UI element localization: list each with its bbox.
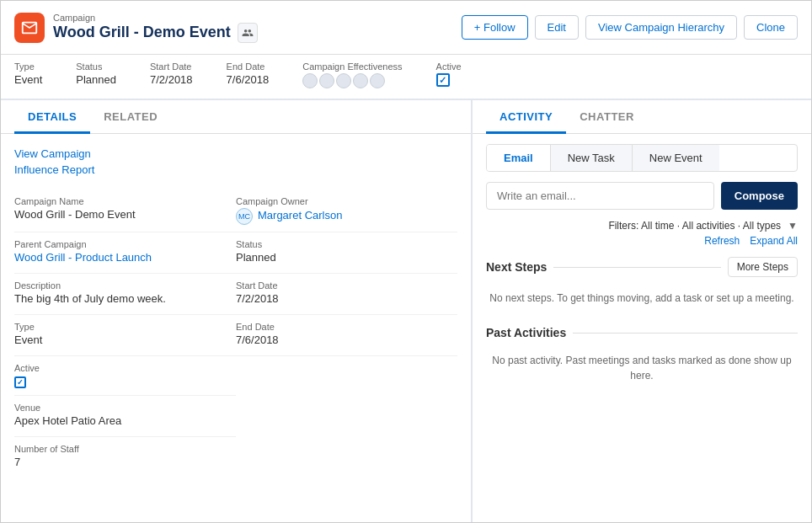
next-steps-title: Next Steps	[486, 260, 547, 274]
people-icon[interactable]	[238, 23, 258, 43]
tab-related[interactable]: RELATED	[90, 100, 171, 134]
field-type-value: Event	[14, 334, 222, 349]
meta-effectiveness: Campaign Effectiveness	[302, 61, 402, 88]
refresh-row: Refresh Expand All	[486, 235, 798, 247]
field-placeholder	[236, 356, 457, 396]
field-active-label: Active	[14, 363, 222, 373]
influence-report-link[interactable]: Influence Report	[14, 163, 457, 176]
field-start-date-value: 7/2/2018	[236, 292, 444, 307]
meta-row: Type Event Status Planned Start Date 7/2…	[1, 55, 811, 100]
tab-chatter[interactable]: CHATTER	[566, 100, 648, 134]
field-end-date: End Date 7/6/2018 ✏	[236, 315, 457, 356]
clone-button[interactable]: Clone	[744, 15, 798, 40]
field-type: Type Event ✏	[14, 315, 236, 356]
field-active: Active ✏	[14, 356, 236, 396]
compose-tab-new-event[interactable]: New Event	[633, 145, 719, 171]
field-status-value: Planned	[236, 251, 444, 266]
field-campaign-owner-label: Campaign Owner	[236, 196, 444, 206]
compose-row: Compose	[486, 182, 798, 210]
tab-activity[interactable]: ACTIVITY	[486, 100, 566, 134]
field-campaign-name-label: Campaign Name	[14, 196, 222, 206]
field-start-date-label: Start Date	[236, 280, 444, 291]
more-steps-button[interactable]: More Steps	[728, 257, 798, 277]
field-parent-campaign-value[interactable]: Wood Grill - Product Launch	[14, 251, 222, 266]
past-activities-title: Past Activities	[486, 326, 566, 339]
campaign-icon	[14, 13, 45, 43]
tab-details[interactable]: DETAILS	[14, 100, 90, 134]
field-venue-label: Venue	[14, 403, 222, 413]
field-venue-value: Apex Hotel Patio Area	[14, 414, 222, 430]
breadcrumb: Campaign	[53, 13, 258, 23]
field-campaign-name: Campaign Name Wood Grill - Demo Event ✏	[14, 189, 236, 232]
field-campaign-owner: Campaign Owner MC Margaret Carlson ✏	[236, 189, 457, 232]
meta-type-value: Event	[14, 73, 42, 86]
meta-effectiveness-label: Campaign Effectiveness	[302, 61, 402, 72]
meta-status: Status Planned	[76, 61, 116, 86]
field-campaign-owner-value: MC Margaret Carlson	[236, 208, 444, 225]
owner-avatar: MC	[236, 208, 253, 225]
field-description: Description The big 4th of July demo wee…	[14, 274, 236, 315]
compose-button[interactable]: Compose	[721, 182, 798, 210]
header-title-column: Campaign Wood Grill - Demo Event	[53, 13, 258, 43]
field-active-checkbox[interactable]	[14, 376, 26, 388]
meta-start-date-label: Start Date	[150, 61, 193, 72]
field-venue: Venue Apex Hotel Patio Area ✏	[14, 396, 236, 437]
field-description-value: The big 4th of July demo week.	[14, 292, 222, 307]
compose-tab-email[interactable]: Email	[487, 145, 551, 171]
page-title: Wood Grill - Demo Event	[53, 24, 231, 41]
field-parent-campaign: Parent Campaign Wood Grill - Product Lau…	[14, 232, 236, 274]
field-start-date: Start Date 7/2/2018 ✏	[236, 274, 457, 315]
view-campaign-link[interactable]: View Campaign	[14, 147, 457, 160]
left-panel: DETAILS RELATED View Campaign Influence …	[1, 100, 473, 522]
effectiveness-stars	[302, 73, 402, 88]
right-panel: ACTIVITY CHATTER Email New Task New Even…	[473, 100, 811, 522]
meta-status-value: Planned	[76, 73, 116, 86]
active-checkbox[interactable]	[436, 73, 450, 87]
expand-all-link[interactable]: Expand All	[750, 235, 798, 247]
next-steps-section: Next Steps More Steps No next steps. To …	[486, 257, 798, 312]
edit-button[interactable]: Edit	[535, 15, 579, 40]
field-campaign-name-value: Wood Grill - Demo Event	[14, 208, 222, 223]
field-end-date-label: End Date	[236, 322, 444, 332]
fields-grid: Campaign Name Wood Grill - Demo Event ✏ …	[14, 189, 457, 478]
right-tabs: ACTIVITY CHATTER	[473, 100, 811, 134]
filter-funnel-icon[interactable]: ▼	[788, 220, 798, 232]
meta-type-label: Type	[14, 61, 42, 72]
field-status-label: Status	[236, 239, 444, 249]
filter-text: Filters: All time · All activities · All…	[608, 220, 781, 232]
owner-name-link[interactable]: Margaret Carlson	[258, 209, 342, 224]
field-num-staff-value: 7	[14, 456, 222, 471]
follow-button[interactable]: + Follow	[462, 15, 528, 40]
meta-end-date: End Date 7/6/2018	[227, 61, 270, 86]
field-status: Status Planned ✏	[236, 232, 457, 274]
meta-type: Type Event	[14, 61, 42, 86]
compose-tabs: Email New Task New Event	[486, 144, 798, 172]
filter-row: Filters: All time · All activities · All…	[486, 220, 798, 232]
next-steps-empty: No next steps. To get things moving, add…	[486, 284, 798, 312]
meta-end-date-label: End Date	[227, 61, 270, 72]
past-activities-section: Past Activities No past activity. Past m…	[486, 326, 798, 390]
next-steps-divider	[553, 267, 720, 268]
left-tabs: DETAILS RELATED	[1, 100, 471, 134]
detail-links: View Campaign Influence Report	[14, 147, 457, 176]
next-steps-header: Next Steps More Steps	[486, 257, 798, 277]
refresh-link[interactable]: Refresh	[704, 235, 740, 247]
field-num-staff-label: Number of Staff	[14, 444, 222, 454]
past-activities-empty: No past activity. Past meetings and task…	[486, 346, 798, 390]
field-end-date-value: 7/6/2018	[236, 334, 444, 349]
email-input[interactable]	[486, 182, 714, 210]
meta-end-date-value: 7/6/2018	[227, 73, 270, 86]
meta-status-label: Status	[76, 61, 116, 72]
header-left: Campaign Wood Grill - Demo Event	[14, 13, 258, 43]
page-header: Campaign Wood Grill - Demo Event + Follo…	[1, 1, 811, 55]
field-description-label: Description	[14, 280, 222, 291]
past-activities-header: Past Activities	[486, 326, 798, 339]
meta-start-date-value: 7/2/2018	[150, 73, 193, 86]
view-hierarchy-button[interactable]: View Campaign Hierarchy	[585, 15, 737, 40]
compose-tab-new-task[interactable]: New Task	[551, 145, 633, 171]
meta-start-date: Start Date 7/2/2018	[150, 61, 193, 86]
field-num-staff: Number of Staff 7 ✏	[14, 437, 236, 478]
meta-active-label: Active	[436, 61, 462, 72]
header-actions: + Follow Edit View Campaign Hierarchy Cl…	[462, 15, 798, 40]
field-type-label: Type	[14, 322, 222, 332]
